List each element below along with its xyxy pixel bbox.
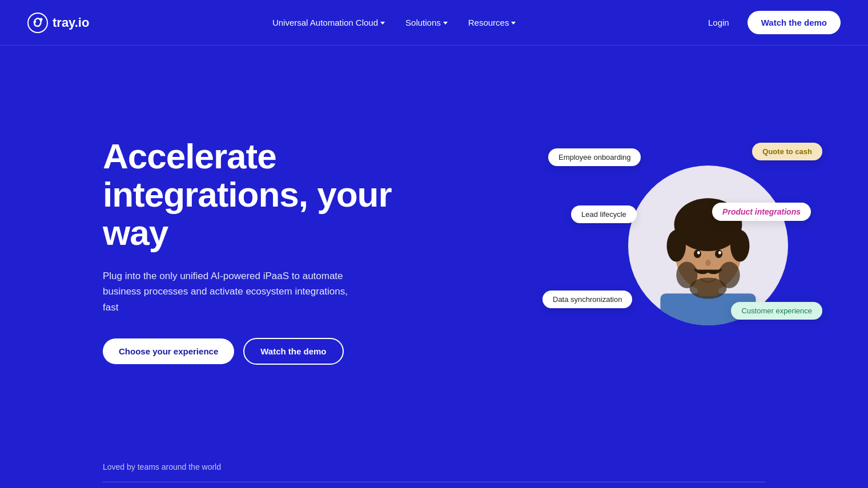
login-button[interactable]: Login [699, 13, 738, 32]
nav-item-solutions[interactable]: Solutions [397, 13, 456, 32]
tag-lead-lifecycle: Lead lifecycle [571, 205, 637, 223]
nav-right: Login Watch the demo [699, 11, 841, 34]
hero-section: Accelerate integrations, your way Plug i… [0, 46, 868, 445]
watch-demo-hero-button[interactable]: Watch the demo [243, 338, 343, 365]
svg-point-13 [705, 260, 710, 266]
choose-experience-button[interactable]: Choose your experience [103, 338, 234, 364]
svg-point-9 [694, 249, 701, 258]
nav-item-uac[interactable]: Universal Automation Cloud [264, 13, 393, 32]
chevron-down-icon [380, 22, 385, 25]
svg-point-12 [718, 251, 721, 255]
svg-point-10 [715, 249, 722, 258]
logos-divider [103, 482, 765, 482]
person-avatar [628, 166, 788, 325]
watch-demo-nav-button[interactable]: Watch the demo [748, 11, 841, 34]
logos-label: Loved by teams around the world [103, 462, 765, 471]
svg-point-16 [690, 277, 727, 299]
logos-section: Loved by teams around the world ‹ Life36… [0, 445, 868, 488]
navbar: tray.io Universal Automation Cloud Solut… [0, 0, 868, 46]
hero-visual: Employee onboarding Quote to cash Lead l… [537, 114, 822, 377]
svg-point-1 [40, 18, 43, 21]
logo-text: tray.io [53, 15, 89, 30]
hero-subtitle: Plug into the only unified AI-powered iP… [103, 268, 365, 315]
chevron-down-icon [511, 22, 516, 25]
tag-employee-onboarding: Employee onboarding [548, 148, 641, 166]
chevron-down-icon [443, 22, 448, 25]
hero-buttons: Choose your experience Watch the demo [103, 338, 400, 365]
tag-product-integrations: Product integrations [712, 203, 811, 221]
tag-data-synchronization: Data synchronization [542, 291, 632, 308]
tag-quote-to-cash: Quote to cash [752, 143, 822, 160]
nav-links: Universal Automation Cloud Solutions Res… [264, 13, 524, 32]
hero-title: Accelerate integrations, your way [103, 138, 400, 252]
nav-item-resources[interactable]: Resources [460, 13, 524, 32]
hero-content: Accelerate integrations, your way Plug i… [103, 138, 400, 364]
logo-icon [27, 13, 48, 33]
svg-point-11 [697, 251, 700, 255]
svg-point-8 [730, 230, 749, 262]
svg-point-0 [28, 13, 47, 33]
svg-point-7 [667, 230, 686, 262]
tag-customer-experience: Customer experience [731, 302, 822, 320]
logo[interactable]: tray.io [27, 13, 89, 33]
